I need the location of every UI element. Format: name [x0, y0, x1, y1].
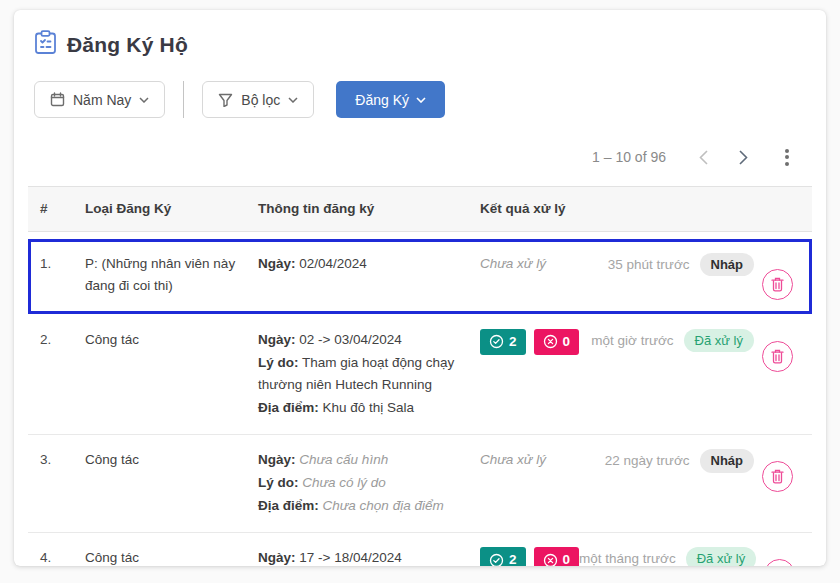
registration-info: Ngày: 02 -> 03/04/2024 Lý do: Tham gia h… — [258, 315, 480, 435]
result-cell: 2 0 một tháng trước Đã xử lý — [480, 533, 764, 566]
info-label: Ngày: — [258, 550, 296, 565]
kebab-dot — [785, 155, 789, 159]
info-label: Lý do: — [258, 475, 299, 490]
info-label: Ngày: — [258, 256, 296, 271]
info-line: Ngày: 02 -> 03/04/2024 — [258, 329, 472, 352]
result-cell: Chưa xử lý 35 phút trước Nháp — [480, 239, 762, 291]
register-button[interactable]: Đăng Ký — [336, 81, 445, 118]
registration-info: Ngày: 17 -> 18/04/2024 Lý do: Công tác Đ… — [258, 533, 480, 566]
rejected-count: 0 — [563, 331, 571, 353]
info-label: Địa điểm: — [258, 400, 319, 415]
page-header: Đăng Ký Hộ — [28, 28, 812, 59]
column-header-actions — [762, 187, 812, 209]
actions-cell — [762, 315, 812, 386]
registration-type: P: (Những nhân viên này đang đi coi thi) — [85, 239, 258, 312]
x-circle-icon — [543, 553, 558, 566]
result-empty-text: Chưa xử lý — [480, 449, 546, 471]
registration-panel: Đăng Ký Hộ Năm Nay Bộ lọc Đăng Ký 1 — [14, 10, 826, 566]
actions-cell — [762, 239, 812, 314]
relative-time: 35 phút trước — [608, 254, 690, 276]
registration-info: Ngày: Chưa cấu hình Lý do: Chưa có lý do… — [258, 435, 480, 532]
previous-page-button[interactable] — [686, 142, 720, 172]
pagination-range: 1 – 10 of 96 — [592, 149, 666, 165]
rejected-count: 0 — [563, 549, 571, 566]
table-row[interactable]: 4. Công tác Ngày: 17 -> 18/04/2024 Lý do… — [28, 533, 812, 566]
trash-icon — [771, 349, 784, 364]
register-label: Đăng Ký — [355, 92, 409, 108]
row-index: 3. — [28, 435, 85, 485]
delete-button[interactable] — [762, 269, 793, 300]
table-row[interactable]: 3. Công tác Ngày: Chưa cấu hình Lý do: C… — [28, 435, 812, 533]
relative-time: một giờ trước — [591, 330, 673, 352]
status-badge: Đã xử lý — [686, 547, 756, 566]
row-index: 2. — [28, 315, 85, 365]
info-value: Chưa chọn địa điểm — [323, 498, 444, 513]
column-header-result: Kết quả xử lý — [480, 187, 762, 231]
delete-button[interactable] — [762, 461, 793, 492]
info-line: Ngày: Chưa cấu hình — [258, 449, 472, 472]
filter-button[interactable]: Bộ lọc — [202, 81, 314, 118]
relative-time: 22 ngày trước — [605, 450, 690, 472]
page-title: Đăng Ký Hộ — [67, 33, 188, 57]
date-range-label: Năm Nay — [73, 92, 131, 108]
approved-count: 2 — [509, 549, 517, 566]
trash-icon — [771, 277, 784, 292]
kebab-dot — [785, 149, 789, 153]
info-line: Lý do: Tham gia hoạt động chạy thường ni… — [258, 352, 472, 398]
kebab-dot — [785, 162, 789, 166]
approved-count-badge: 2 — [480, 329, 526, 355]
registration-type: Công tác — [85, 315, 258, 365]
next-page-button[interactable] — [726, 142, 760, 172]
info-line: Địa điểm: Khu đô thị Sala — [258, 397, 472, 420]
info-line: Ngày: 02/04/2024 — [258, 253, 472, 276]
toolbar: Năm Nay Bộ lọc Đăng Ký — [34, 81, 812, 118]
row-index: 4. — [28, 533, 85, 566]
filter-label: Bộ lọc — [241, 92, 280, 108]
result-cell: 2 0 một giờ trước Đã xử lý — [480, 315, 762, 369]
filter-icon — [218, 93, 233, 107]
trash-icon — [771, 469, 784, 484]
chevron-left-icon — [699, 150, 708, 165]
date-range-button[interactable]: Năm Nay — [34, 81, 165, 118]
x-circle-icon — [543, 334, 558, 349]
check-circle-icon — [489, 334, 504, 349]
info-value: 02/04/2024 — [299, 256, 367, 271]
rejected-count-badge: 0 — [534, 547, 580, 566]
chevron-down-icon — [288, 97, 298, 103]
registrations-table: # Loại Đăng Ký Thông tin đăng ký Kết quả… — [28, 186, 812, 566]
clipboard-icon — [34, 30, 57, 59]
actions-cell — [764, 533, 814, 566]
registration-type: Công tác — [85, 533, 258, 566]
row-index: 1. — [28, 239, 85, 289]
approved-count-badge: 2 — [480, 547, 526, 566]
info-line: Địa điểm: Chưa chọn địa điểm — [258, 495, 472, 518]
column-header-info: Thông tin đăng ký — [258, 187, 480, 231]
relative-time: một tháng trước — [579, 548, 676, 566]
table-row[interactable]: 2. Công tác Ngày: 02 -> 03/04/2024 Lý do… — [28, 315, 812, 436]
info-value: Chưa có lý do — [302, 475, 386, 490]
rejected-count-badge: 0 — [534, 329, 580, 355]
info-label: Địa điểm: — [258, 498, 319, 513]
column-header-index: # — [28, 187, 85, 231]
pagination: 1 – 10 of 96 — [28, 142, 802, 172]
info-label: Ngày: — [258, 332, 296, 347]
info-value: 17 -> 18/04/2024 — [299, 550, 401, 565]
result-empty-text: Chưa xử lý — [480, 253, 546, 275]
chevron-down-icon — [139, 97, 149, 103]
table-row[interactable]: 1. P: (Những nhân viên này đang đi coi t… — [28, 239, 812, 315]
calendar-icon — [50, 92, 65, 107]
delete-button[interactable] — [764, 559, 795, 566]
more-options-button[interactable] — [772, 142, 802, 172]
status-badge: Đã xử lý — [684, 329, 754, 353]
info-label: Lý do: — [258, 355, 299, 370]
info-line: Ngày: 17 -> 18/04/2024 — [258, 547, 472, 566]
info-line: Lý do: Chưa có lý do — [258, 472, 472, 495]
delete-button[interactable] — [762, 341, 793, 372]
registration-info: Ngày: 02/04/2024 — [258, 239, 480, 290]
table-header-row: # Loại Đăng Ký Thông tin đăng ký Kết quả… — [28, 186, 812, 232]
chevron-down-icon — [416, 97, 426, 103]
approved-count: 2 — [509, 331, 517, 353]
info-value: Chưa cấu hình — [299, 452, 388, 467]
actions-cell — [762, 435, 812, 506]
info-value: 02 -> 03/04/2024 — [299, 332, 401, 347]
